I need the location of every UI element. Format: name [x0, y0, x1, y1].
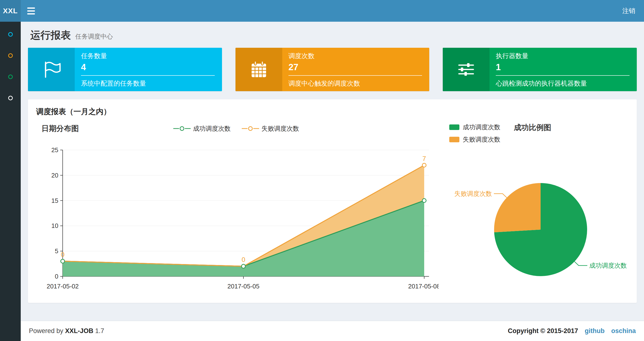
page-subtitle: 任务调度中心 [75, 33, 113, 40]
powered-by: Powered by XXL-JOB 1.7 [29, 327, 104, 335]
info-box-jobs: 任务数量 4 系统中配置的任务数量 [28, 48, 222, 91]
content-area: 运行报表 任务调度中心 任务数量 4 系统中配置的任务数量 [21, 22, 644, 303]
legend-swatch-icon [449, 124, 460, 130]
svg-text:成功调度次数: 成功调度次数 [589, 262, 627, 269]
app-name: XXL-JOB [65, 327, 93, 334]
svg-text:0: 0 [55, 273, 58, 280]
pie-chart-title: 成功比例图 [514, 123, 551, 133]
info-box-value: 27 [288, 62, 422, 72]
line-legend-item[interactable]: 成功调度次数 [173, 124, 231, 133]
svg-text:5: 5 [55, 247, 58, 255]
svg-text:25: 25 [51, 146, 58, 154]
line-chart-legend: 成功调度次数失败调度次数 [34, 122, 439, 136]
info-box-description: 系统中配置的任务数量 [81, 76, 215, 88]
info-box-value: 4 [81, 62, 215, 72]
svg-text:2017-05-02: 2017-05-02 [47, 283, 79, 290]
oschina-link[interactable]: oschina [611, 327, 636, 334]
github-link[interactable]: github [585, 327, 604, 334]
success-ratio-pie-chart: 成功调度次数失败调度次数 [439, 144, 630, 284]
line-legend-item[interactable]: 失败调度次数 [242, 124, 299, 133]
info-box-title: 任务数量 [81, 52, 215, 60]
footer: Powered by XXL-JOB 1.7 Copyright © 2015-… [21, 321, 644, 341]
circle-icon [8, 53, 13, 58]
circle-icon [8, 75, 13, 79]
sidebar-toggle-button[interactable] [21, 0, 42, 22]
svg-text:10: 10 [51, 222, 58, 229]
legend-label: 成功调度次数 [193, 124, 231, 133]
legend-label: 失败调度次数 [262, 124, 299, 133]
circle-icon [8, 32, 13, 37]
svg-text:20: 20 [51, 172, 58, 179]
legend-label: 成功调度次数 [463, 123, 500, 131]
date-distribution-block: 日期分布图 成功调度次数失败调度次数 05101520252017-05-022… [34, 122, 439, 296]
info-box-description: 调度中心触发的调度次数 [288, 76, 422, 88]
app-version: 1.7 [95, 327, 104, 334]
info-box-title: 执行器数量 [496, 52, 630, 60]
legend-swatch-icon [449, 137, 460, 142]
svg-text:2017-05-05: 2017-05-05 [228, 283, 260, 290]
svg-text:7: 7 [422, 155, 426, 162]
legend-line-marker-icon [242, 126, 259, 131]
svg-text:2017-05-08: 2017-05-08 [408, 283, 439, 290]
legend-label: 失败调度次数 [463, 135, 500, 144]
page-header: 运行报表 任务调度中心 [28, 22, 637, 47]
sidebar-item-4[interactable] [0, 87, 21, 109]
info-box-triggers: 调度次数 27 调度中心触发的调度次数 [236, 48, 430, 91]
date-distribution-chart: 05101520252017-05-022017-05-052017-05-08… [34, 136, 439, 295]
svg-text:0: 0 [242, 256, 245, 263]
copyright-text: Copyright © 2015-2017 [508, 327, 578, 334]
app-logo[interactable]: XXL [0, 0, 21, 22]
report-panel: 调度报表（一月之内） 日期分布图 成功调度次数失败调度次数 0510152025… [28, 99, 637, 303]
circle-icon [8, 96, 13, 100]
panel-title: 调度报表（一月之内） [28, 99, 637, 122]
svg-text:0: 0 [61, 251, 64, 258]
navbar: XXL 注销 [0, 0, 644, 22]
legend-line-marker-icon [173, 126, 191, 131]
calendar-icon [236, 48, 282, 91]
logout-link[interactable]: 注销 [614, 0, 644, 22]
info-box-row: 任务数量 4 系统中配置的任务数量 [28, 48, 637, 91]
pie-chart-legend: 成功调度次数失败调度次数 [449, 123, 500, 144]
page-title: 运行报表 [30, 30, 71, 41]
sidebar-item-1[interactable] [0, 24, 21, 45]
svg-text:失败调度次数: 失败调度次数 [454, 190, 492, 197]
pie-legend-item[interactable]: 失败调度次数 [449, 135, 500, 144]
success-ratio-block: 成功调度次数失败调度次数 成功比例图 成功调度次数失败调度次数 [439, 122, 631, 296]
sidebar-item-2[interactable] [0, 45, 21, 66]
flag-icon [28, 48, 75, 91]
copyright-area: Copyright © 2015-2017 github oschina [508, 327, 636, 335]
svg-text:15: 15 [51, 197, 58, 204]
sidebar-item-3[interactable] [0, 66, 21, 87]
pie-legend-item[interactable]: 成功调度次数 [449, 123, 500, 131]
sidebar [0, 22, 21, 341]
info-box-value: 1 [496, 62, 630, 72]
sliders-icon [443, 48, 490, 91]
hamburger-icon [27, 8, 35, 15]
info-box-description: 心跳检测成功的执行器机器数量 [496, 76, 630, 88]
line-chart-title: 日期分布图 [42, 124, 79, 134]
info-box-executors: 执行器数量 1 心跳检测成功的执行器机器数量 [443, 48, 637, 91]
info-box-title: 调度次数 [288, 52, 422, 60]
